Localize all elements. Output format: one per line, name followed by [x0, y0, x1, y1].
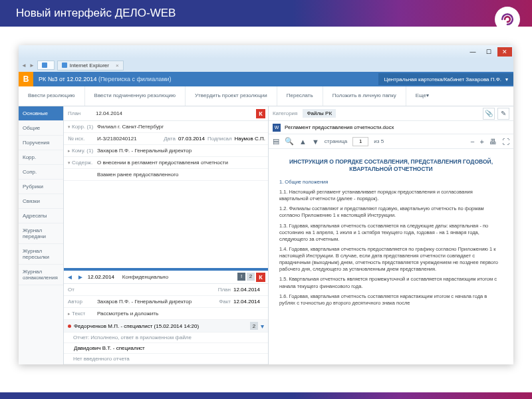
executor-name: Федорченков М.П. - специалист (15.02.201… [74, 323, 199, 329]
report-text: Нет введенного отчета [64, 354, 268, 364]
doc-paragraph: 1.3. Годовая, квартальная отчетность сос… [279, 223, 503, 243]
back-icon[interactable]: ◄ [21, 63, 27, 68]
sidebar-item[interactable]: Корр. [19, 150, 63, 165]
field-label: ▾Содерж. [64, 160, 96, 166]
doc-section: 1. Общие положения [279, 179, 503, 186]
sidebar-item[interactable]: Общие [19, 121, 63, 136]
plan-label: План [64, 110, 96, 116]
page-down-icon[interactable]: ▼ [312, 138, 319, 146]
k-badge: К [256, 273, 265, 282]
category-value[interactable]: Файлы РК [303, 109, 336, 118]
sidebar-item[interactable]: Журнал ознакомления [19, 265, 63, 285]
zoom-in-icon[interactable]: + [480, 138, 484, 146]
resolution-button[interactable]: Ввести резолюцию [19, 86, 85, 106]
field-label: ▸Кому. (1) [64, 148, 96, 154]
doc-paragraph: 1.6. Годовая, квартальная отчетность сос… [279, 293, 503, 307]
field-value: О внесении в регламент предоставления от… [96, 158, 268, 168]
field-value: Филиал г. Санкт-Петербург [96, 122, 268, 132]
report-text: Отчет: Исполнено, ответ в приложенном фа… [64, 332, 268, 343]
slide-title: Новый интерфейс ДЕЛО-WEB [16, 7, 176, 20]
resolution-date: 12.02.2014 [88, 274, 114, 280]
close-button[interactable]: ✕ [497, 47, 512, 57]
next-icon[interactable]: ► [77, 273, 84, 281]
print-icon[interactable]: 🖶 [489, 138, 497, 146]
context-selector[interactable]: Центральная картотека/Кабинет Захарова П… [378, 73, 513, 85]
app-window: — ☐ ✕ ◄ ► Internet Explorer× В РК №3 от … [19, 45, 513, 364]
field-label: № исх. [64, 136, 96, 142]
field-value: Взамен ранее предоставленного [96, 170, 268, 180]
page-label: страница [325, 138, 347, 144]
field-value: И-3/2180240121 [96, 134, 161, 144]
count-badge: 2 [250, 322, 258, 330]
company-logo [495, 7, 520, 32]
field-label: Дата [161, 136, 178, 142]
field-label: Подписал [205, 136, 235, 142]
field-label: Автор [64, 299, 96, 305]
maximize-button[interactable]: ☐ [481, 47, 496, 57]
doc-paragraph: 1.1. Настоящий регламент устанавливает п… [279, 189, 503, 202]
browser-tab[interactable]: Internet Explorer× [57, 61, 124, 70]
page-up-icon[interactable]: ▲ [299, 138, 307, 146]
folder-button[interactable]: Положить в личную папку [323, 86, 406, 106]
sidebar-item[interactable]: Поручения [19, 136, 63, 150]
file-name[interactable]: Регламент предоставления отчетности.docx [285, 124, 394, 130]
info-badge[interactable]: ! [237, 273, 245, 281]
doc-paragraph: 1.2. Филиалы составляют и представляют г… [279, 205, 503, 219]
sidebar-item[interactable]: Связки [19, 194, 63, 209]
field-value: Наумов С.П. [235, 136, 268, 142]
doc-heading: ИНСТРУКЦИЯ О ПОРЯДКЕ СОСТАВЛЕНИЯ, ПРЕДСТ… [279, 158, 503, 174]
forward-button[interactable]: Переслать [277, 86, 323, 106]
browser-tab[interactable] [37, 61, 55, 70]
expand-icon[interactable]: ▾ [261, 323, 264, 330]
page-input[interactable] [352, 137, 368, 146]
field-value: 07.03.2014 [178, 136, 205, 142]
sidebar-item[interactable]: Адресаты [19, 209, 63, 223]
field-label: ▸Текст [64, 311, 96, 317]
executor-name: Давидович В.Т. - специалист [74, 345, 145, 351]
search-icon[interactable]: 🔍 [285, 137, 294, 146]
document-preview[interactable]: ИНСТРУКЦИЯ О ПОРЯДКЕ СОСТАВЛЕНИЯ, ПРЕДСТ… [269, 149, 513, 364]
zoom-out-icon[interactable]: − [470, 138, 474, 146]
approve-button[interactable]: Утвердить проект резолюции [186, 86, 277, 106]
page-total: из 5 [374, 138, 384, 144]
app-logo: В [19, 72, 33, 86]
sidebar-toggle-icon[interactable]: ▤ [273, 137, 279, 146]
word-icon: W [273, 124, 281, 132]
forward-icon[interactable]: ► [29, 63, 35, 68]
plan-value: 12.04.2014 [96, 110, 256, 116]
count-badge: 2 [247, 273, 255, 281]
status-dot-icon [68, 325, 71, 328]
field-value: Захаров П.Ф. - Генеральный директор [96, 146, 268, 156]
confidential-label: Конфиденциально [122, 274, 168, 280]
document-title: РК №3 от 12.02.2014 (Переписка с филиала… [33, 76, 378, 82]
sidebar-item[interactable]: Сопр. [19, 165, 63, 180]
category-label: Категория [273, 110, 297, 116]
fullscreen-icon[interactable]: ⛶ [502, 138, 509, 146]
field-value: Захаров П.Ф. - Генеральный директор [96, 297, 216, 307]
sidebar-item[interactable]: Журнал пересылки [19, 244, 63, 265]
attach-icon[interactable]: 📎 [483, 108, 495, 120]
k-badge: К [256, 109, 265, 118]
more-button[interactable]: Еще ▾ [406, 86, 438, 106]
doc-paragraph: 1.4. Годовая, квартальная отчетность пре… [279, 246, 503, 273]
sidebar-item[interactable]: Рубрики [19, 180, 63, 194]
ie-icon [62, 63, 67, 68]
edit-icon[interactable]: ✎ [497, 108, 509, 120]
chevron-down-icon: ▾ [505, 76, 508, 82]
doc-paragraph: 1.5. Квартальная отчетность является про… [279, 276, 503, 289]
sub-resolution-button[interactable]: Ввести подчиненную резолюцию [85, 86, 186, 106]
minimize-button[interactable]: — [466, 47, 480, 57]
field-label: ▾Корр. (1) [64, 124, 96, 130]
sidebar-item[interactable]: Журнал передачи [19, 223, 63, 244]
sidebar: Основные Общие Поручения Корр. Сопр. Руб… [19, 106, 64, 364]
field-label: От [64, 287, 96, 293]
field-value: Рассмотреть и доложить [96, 309, 268, 319]
sidebar-item[interactable]: Основные [19, 106, 63, 121]
prev-icon[interactable]: ◄ [66, 273, 73, 281]
